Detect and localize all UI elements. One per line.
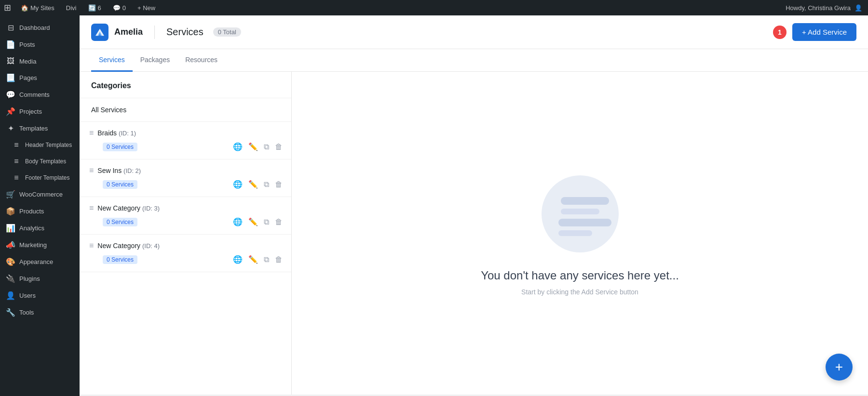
updates-icon: 🔄 bbox=[88, 4, 96, 12]
category-copy-button[interactable]: ⧉ bbox=[263, 141, 270, 152]
sidebar-item-header-templates[interactable]: ≡ Header Templates bbox=[0, 137, 80, 153]
sidebar-item-body-templates[interactable]: ≡ Body Templates bbox=[0, 153, 80, 170]
tab-resources[interactable]: Resources bbox=[177, 49, 225, 72]
category-name: Braids (ID: 1) bbox=[97, 129, 284, 137]
sidebar-item-woocommerce[interactable]: 🛒 WooCommerce bbox=[0, 186, 80, 203]
content-area: Amelia Services 0 Total 1 + Add Service … bbox=[80, 15, 868, 396]
updates-menu[interactable]: 🔄 6 bbox=[86, 0, 103, 15]
drag-handle-icon[interactable]: ≡ bbox=[89, 241, 94, 250]
user-greeting[interactable]: Howdy, Christina Gwira 👤 bbox=[784, 0, 864, 15]
sidebar-item-products[interactable]: 📦 Products bbox=[0, 203, 80, 220]
main-layout: ⊟ Dashboard 📄 Posts 🖼 Media 📃 Pages 💬 Co… bbox=[0, 15, 868, 396]
category-globe-button[interactable]: 🌐 bbox=[232, 141, 244, 152]
category-delete-button[interactable]: 🗑 bbox=[274, 179, 284, 190]
footer-templates-icon: ≡ bbox=[12, 173, 21, 182]
category-name: Sew Ins (ID: 2) bbox=[97, 167, 284, 174]
drag-handle-icon[interactable]: ≡ bbox=[89, 129, 94, 137]
category-globe-button[interactable]: 🌐 bbox=[232, 179, 244, 190]
category-copy-button[interactable]: ⧉ bbox=[263, 179, 270, 190]
category-actions: 🌐 ✏️ ⧉ 🗑 bbox=[232, 254, 284, 265]
empty-illustration bbox=[532, 171, 628, 257]
sidebar-item-appearance[interactable]: 🎨 Appearance bbox=[0, 253, 80, 270]
comments-menu[interactable]: 💬 0 bbox=[111, 0, 128, 15]
category-delete-button[interactable]: 🗑 bbox=[274, 216, 284, 227]
main-content: Categories All Services ≡ Braids (ID: 1)… bbox=[80, 72, 868, 395]
analytics-icon: 📊 bbox=[6, 224, 15, 233]
header-actions: 1 + Add Service bbox=[773, 23, 856, 41]
users-icon: 👤 bbox=[6, 291, 15, 300]
sidebar-item-plugins[interactable]: 🔌 Plugins bbox=[0, 270, 80, 287]
appearance-icon: 🎨 bbox=[6, 257, 15, 266]
comments-sidebar-icon: 💬 bbox=[6, 90, 15, 99]
new-menu[interactable]: + New bbox=[136, 0, 157, 15]
drag-handle-icon[interactable]: ≡ bbox=[89, 166, 94, 175]
amelia-header: Amelia Services 0 Total 1 + Add Service bbox=[80, 15, 868, 49]
category-copy-button[interactable]: ⧉ bbox=[263, 216, 270, 227]
category-globe-button[interactable]: 🌐 bbox=[232, 216, 244, 227]
plugins-icon: 🔌 bbox=[6, 274, 15, 283]
svg-rect-2 bbox=[561, 197, 609, 205]
category-item: ≡ New Category (ID: 3) 0 Services 🌐 ✏️ ⧉… bbox=[80, 197, 291, 235]
dashboard-icon: ⊟ bbox=[6, 23, 15, 32]
category-delete-button[interactable]: 🗑 bbox=[274, 141, 284, 152]
empty-state: You don't have any services here yet... … bbox=[292, 72, 868, 395]
sidebar-item-templates[interactable]: ✦ Templates bbox=[0, 120, 80, 137]
category-item: ≡ Sew Ins (ID: 2) 0 Services 🌐 ✏️ ⧉ 🗑 bbox=[80, 159, 291, 197]
services-count-badge: 0 Services bbox=[103, 143, 137, 151]
sidebar-item-media[interactable]: 🖼 Media bbox=[0, 53, 80, 69]
total-badge: 0 Total bbox=[213, 27, 241, 37]
sidebar-item-dashboard[interactable]: ⊟ Dashboard bbox=[0, 19, 80, 36]
sidebar-item-pages[interactable]: 📃 Pages bbox=[0, 69, 80, 86]
templates-icon: ✦ bbox=[6, 124, 15, 133]
pages-icon: 📃 bbox=[6, 73, 15, 82]
tab-packages[interactable]: Packages bbox=[133, 49, 177, 72]
app-name: Amelia bbox=[114, 27, 143, 37]
sidebar-item-projects[interactable]: 📌 Projects bbox=[0, 103, 80, 120]
category-top: ≡ New Category (ID: 3) bbox=[89, 204, 284, 212]
sidebar-item-posts[interactable]: 📄 Posts bbox=[0, 36, 80, 53]
categories-panel: Categories All Services ≡ Braids (ID: 1)… bbox=[80, 72, 292, 395]
header-templates-icon: ≡ bbox=[12, 141, 21, 149]
category-bottom: 0 Services 🌐 ✏️ ⧉ 🗑 bbox=[89, 216, 284, 227]
page-title: Services bbox=[166, 26, 203, 38]
category-edit-button[interactable]: ✏️ bbox=[247, 216, 259, 227]
category-globe-button[interactable]: 🌐 bbox=[232, 254, 244, 265]
category-edit-button[interactable]: ✏️ bbox=[247, 179, 259, 190]
category-actions: 🌐 ✏️ ⧉ 🗑 bbox=[232, 216, 284, 227]
category-actions: 🌐 ✏️ ⧉ 🗑 bbox=[232, 179, 284, 190]
sidebar-item-marketing[interactable]: 📣 Marketing bbox=[0, 237, 80, 253]
category-edit-button[interactable]: ✏️ bbox=[247, 141, 259, 152]
posts-icon: 📄 bbox=[6, 40, 15, 49]
empty-subtitle: Start by clicking the Add Service button bbox=[521, 288, 638, 296]
category-bottom: 0 Services 🌐 ✏️ ⧉ 🗑 bbox=[89, 179, 284, 190]
sidebar: ⊟ Dashboard 📄 Posts 🖼 Media 📃 Pages 💬 Co… bbox=[0, 15, 80, 396]
products-icon: 📦 bbox=[6, 207, 15, 216]
my-sites-menu[interactable]: 🏠 My Sites bbox=[19, 0, 56, 15]
tabs: Services Packages Resources bbox=[91, 49, 856, 71]
sidebar-item-footer-templates[interactable]: ≡ Footer Templates bbox=[0, 170, 80, 186]
drag-handle-icon[interactable]: ≡ bbox=[89, 204, 94, 212]
sidebar-item-analytics[interactable]: 📊 Analytics bbox=[0, 220, 80, 237]
add-service-button[interactable]: + Add Service bbox=[792, 23, 856, 41]
sidebar-item-users[interactable]: 👤 Users bbox=[0, 287, 80, 304]
tabs-area: Services Packages Resources bbox=[80, 49, 868, 72]
divi-menu[interactable]: Divi bbox=[64, 0, 79, 15]
fab-button[interactable]: + bbox=[826, 354, 853, 381]
amelia-logo-area: Amelia Services 0 Total bbox=[91, 24, 241, 41]
user-avatar-icon: 👤 bbox=[854, 4, 862, 12]
all-services-item[interactable]: All Services bbox=[80, 98, 291, 122]
sidebar-item-comments[interactable]: 💬 Comments bbox=[0, 86, 80, 103]
wp-logo-icon[interactable]: ⊞ bbox=[4, 2, 11, 13]
title-divider bbox=[154, 26, 155, 39]
tools-icon: 🔧 bbox=[6, 308, 15, 317]
sidebar-item-tools[interactable]: 🔧 Tools bbox=[0, 304, 80, 321]
categories-header: Categories bbox=[80, 72, 291, 98]
category-delete-button[interactable]: 🗑 bbox=[274, 254, 284, 265]
notification-badge[interactable]: 1 bbox=[773, 26, 787, 39]
category-copy-button[interactable]: ⧉ bbox=[263, 254, 270, 265]
category-bottom: 0 Services 🌐 ✏️ ⧉ 🗑 bbox=[89, 254, 284, 265]
category-edit-button[interactable]: ✏️ bbox=[247, 254, 259, 265]
svg-rect-4 bbox=[558, 219, 611, 226]
tab-services[interactable]: Services bbox=[91, 49, 133, 72]
body-templates-icon: ≡ bbox=[12, 157, 21, 166]
